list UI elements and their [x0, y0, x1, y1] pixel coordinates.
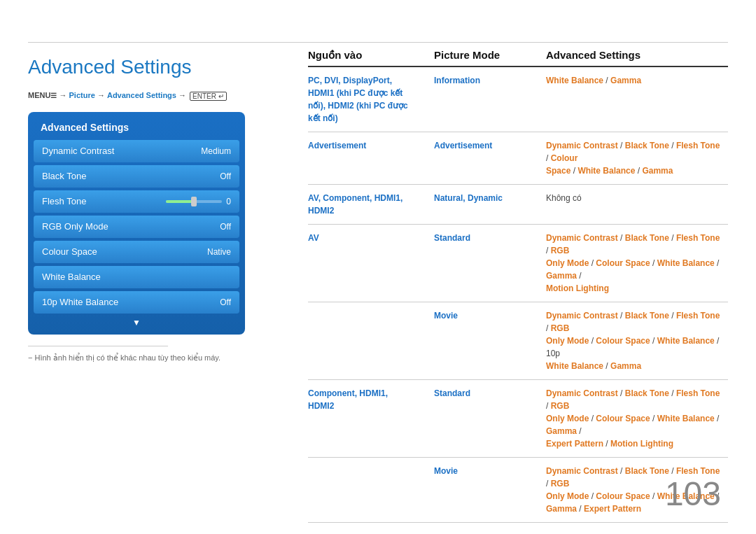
- feature-white-balance: White Balance: [546, 76, 603, 85]
- settings-row-colour-space[interactable]: Colour Space Native: [34, 241, 239, 263]
- source-component: Component, HDMI1,HDMI2: [308, 387, 434, 412]
- row-value-colour-space: Native: [207, 247, 231, 257]
- f-rgb4: RGBOnly Mode: [546, 479, 589, 501]
- f-wb2: White Balance: [657, 336, 715, 346]
- features-av-standard: Dynamic Contrast / Black Tone / Flesh To…: [546, 232, 728, 295]
- settings-box-title: Advanced Settings: [34, 118, 239, 140]
- settings-row-10p-white-balance[interactable]: 10p White Balance Off: [34, 291, 239, 314]
- features-av-movie: Dynamic Contrast / Black Tone / Flesh To…: [546, 309, 728, 372]
- features-natural: Không có: [546, 192, 728, 204]
- row-label-rgb-only: RGB Only Mode: [42, 221, 108, 232]
- left-panel: Advanced Settings MENU☰ → Picture → Adva…: [28, 49, 287, 363]
- settings-row-dynamic-contrast[interactable]: Dynamic Contrast Medium: [34, 140, 239, 162]
- mode-natural: Natural, Dynamic: [434, 192, 546, 204]
- menu-prefix: MENU☰: [28, 91, 57, 99]
- menu-path: MENU☰ → Picture → Advanced Settings → EN…: [28, 91, 287, 101]
- mode-standard-av: Standard: [434, 232, 546, 244]
- f-g4: Gamma: [546, 504, 577, 514]
- settings-row-white-balance[interactable]: White Balance: [34, 266, 239, 288]
- f-wb10: White Balance: [546, 361, 603, 371]
- f-g1: Gamma: [546, 271, 577, 281]
- f-ml1: Motion Lighting: [546, 283, 609, 293]
- left-divider: [28, 346, 168, 346]
- feat-g: Gamma: [642, 166, 673, 176]
- mode-information: Information: [434, 74, 546, 87]
- source-pc: PC, DVI, DisplayPort,HDMI1 (khi PC được …: [308, 74, 434, 125]
- row-label-flesh-tone: Flesh Tone: [42, 196, 86, 206]
- mode-standard-comp: Standard: [434, 387, 546, 400]
- table-row-component-standard: Component, HDMI1,HDMI2 Standard Dynamic …: [308, 380, 728, 458]
- menu-picture: Picture: [69, 91, 95, 99]
- f-rgb2: RGBOnly Mode: [546, 323, 589, 346]
- f-dc3: Dynamic Contrast: [546, 388, 618, 398]
- menu-advanced: Advanced Settings: [107, 91, 176, 99]
- mode-movie-comp: Movie: [434, 465, 546, 477]
- source-av: AV: [308, 232, 434, 244]
- f-wb1: White Balance: [657, 258, 715, 268]
- th-source: Nguồn vào: [308, 49, 434, 62]
- table-row-av-natural: AV, Component, HDMI1,HDMI2 Natural, Dyna…: [308, 185, 728, 225]
- row-value-10p-white-balance: Off: [220, 297, 231, 307]
- f-cs3: Colour Space: [596, 414, 650, 423]
- features-pc: White Balance / Gamma: [546, 74, 728, 87]
- arrow1: →: [59, 91, 69, 99]
- settings-row-rgb-only[interactable]: RGB Only Mode Off: [34, 216, 239, 238]
- f-ml3: Motion Lighting: [610, 439, 673, 449]
- enter-icon: ENTER ↵: [190, 92, 227, 101]
- flesh-tone-slider-container: 0: [166, 197, 231, 206]
- f-bt3: Black Tone: [625, 388, 669, 398]
- arrow2: →: [97, 91, 107, 99]
- right-panel: Nguồn vào Picture Mode Advanced Settings…: [308, 49, 728, 523]
- row-label-10p-white-balance: 10p White Balance: [42, 297, 118, 307]
- arrow3: →: [178, 91, 188, 99]
- footnote: − Hình ảnh hiển thị có thể khác nhau tùy…: [28, 353, 287, 363]
- flesh-tone-slider-fill: [166, 200, 194, 203]
- f-ft1: Flesh Tone: [676, 233, 720, 243]
- f-g3: Gamma: [546, 426, 577, 436]
- row-value-rgb-only: Off: [220, 222, 231, 232]
- table-header: Nguồn vào Picture Mode Advanced Settings: [308, 49, 728, 67]
- f-dc4: Dynamic Contrast: [546, 466, 618, 476]
- row-value-black-tone: Off: [220, 171, 231, 181]
- mode-advertisement: Advertisement: [434, 139, 546, 152]
- th-mode: Picture Mode: [434, 49, 546, 62]
- feat-ft: Flesh Tone: [676, 141, 720, 150]
- th-advanced: Advanced Settings: [546, 49, 728, 62]
- feature-gamma: Gamma: [610, 76, 641, 85]
- row-label-black-tone: Black Tone: [42, 171, 86, 181]
- flesh-tone-slider-thumb: [191, 197, 197, 206]
- f-rgb1: RGBOnly Mode: [546, 246, 589, 268]
- row-label-dynamic-contrast: Dynamic Contrast: [42, 146, 114, 156]
- table-row-pc: PC, DVI, DisplayPort,HDMI1 (khi PC được …: [308, 67, 728, 132]
- row-label-white-balance: White Balance: [42, 272, 101, 282]
- table-row-av-standard: AV Standard Dynamic Contrast / Black Ton…: [308, 225, 728, 302]
- flesh-tone-slider-bar[interactable]: [166, 200, 222, 203]
- f-bt4: Black Tone: [625, 466, 669, 476]
- settings-box: Advanced Settings Dynamic Contrast Mediu…: [28, 112, 245, 335]
- f-ep3: Expert Pattern: [546, 439, 603, 449]
- f-dc2: Dynamic Contrast: [546, 311, 618, 321]
- f-dc1: Dynamic Contrast: [546, 233, 618, 243]
- feat-cs: ColourSpace: [546, 153, 578, 176]
- f-rgb3: RGBOnly Mode: [546, 401, 589, 423]
- features-component-standard: Dynamic Contrast / Black Tone / Flesh To…: [546, 387, 728, 450]
- table-row-advertisement: Advertisement Advertisement Dynamic Cont…: [308, 132, 728, 185]
- mode-movie-av: Movie: [434, 309, 546, 322]
- f-cs4: Colour Space: [596, 491, 650, 501]
- source-av-component: AV, Component, HDMI1,HDMI2: [308, 192, 434, 217]
- settings-row-flesh-tone[interactable]: Flesh Tone 0: [34, 190, 239, 213]
- row-value-flesh-tone: 0: [226, 197, 231, 206]
- f-wb3: White Balance: [657, 414, 715, 423]
- feat-dc: Dynamic Contrast: [546, 141, 618, 150]
- chevron-down-icon: ▼: [34, 316, 239, 329]
- settings-row-black-tone[interactable]: Black Tone Off: [34, 165, 239, 188]
- table-row-av-movie: Movie Dynamic Contrast / Black Tone / Fl…: [308, 302, 728, 380]
- f-bt1: Black Tone: [625, 233, 669, 243]
- feat-bt: Black Tone: [625, 141, 669, 150]
- source-advertisement: Advertisement: [308, 139, 434, 152]
- row-label-colour-space: Colour Space: [42, 246, 97, 257]
- row-value-dynamic-contrast: Medium: [201, 146, 231, 156]
- feat-wb: White Balance: [578, 166, 635, 176]
- f-cs2: Colour Space: [596, 336, 650, 346]
- f-ft2: Flesh Tone: [676, 311, 720, 321]
